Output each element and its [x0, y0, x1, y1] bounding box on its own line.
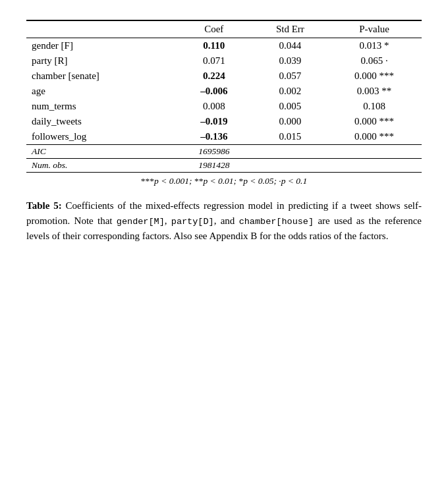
- table-header-row: Coef Std Err P-value: [26, 20, 422, 38]
- col-header-pvalue: P-value: [327, 20, 422, 38]
- significance-text: ***p < 0.001; **p < 0.01; *p < 0.05; ·p …: [26, 173, 422, 187]
- footer-empty: [254, 159, 327, 173]
- row-stderr: 0.000: [254, 114, 327, 129]
- row-variable: num_terms: [26, 99, 175, 114]
- footer-label: Num. obs.: [26, 159, 175, 173]
- footer-value: 1695986: [175, 145, 254, 159]
- row-stderr: 0.039: [254, 53, 327, 69]
- caption-text-middle1: ,: [165, 215, 171, 226]
- row-stderr: 0.015: [254, 129, 327, 145]
- col-header-coef: Coef: [175, 20, 254, 38]
- row-pvalue: 0.013 *: [327, 38, 422, 54]
- row-pvalue: 0.000 ***: [327, 69, 422, 84]
- footer-row: AIC1695986: [26, 145, 422, 159]
- row-variable: gender [F]: [26, 38, 175, 54]
- row-variable: followers_log: [26, 129, 175, 145]
- table-row: party [R]0.0710.0390.065 ·: [26, 53, 422, 69]
- row-pvalue: 0.003 **: [327, 84, 422, 99]
- row-pvalue: 0.000 ***: [327, 129, 422, 145]
- table-row: num_terms0.0080.0050.108: [26, 99, 422, 114]
- caption-code3: chamber[house]: [239, 217, 314, 227]
- row-coef: –0.136: [175, 129, 254, 145]
- col-header-variable: [26, 20, 175, 38]
- table-row: followers_log–0.1360.0150.000 ***: [26, 129, 422, 145]
- table-row: daily_tweets–0.0190.0000.000 ***: [26, 114, 422, 129]
- footer-label: AIC: [26, 145, 175, 159]
- significance-row: ***p < 0.001; **p < 0.01; *p < 0.05; ·p …: [26, 173, 422, 187]
- row-pvalue: 0.108: [327, 99, 422, 114]
- table-row: age–0.0060.0020.003 **: [26, 84, 422, 99]
- row-coef: 0.071: [175, 53, 254, 69]
- caption-label: Table 5:: [26, 200, 62, 211]
- row-coef: –0.019: [175, 114, 254, 129]
- row-stderr: 0.002: [254, 84, 327, 99]
- row-variable: chamber [senate]: [26, 69, 175, 84]
- row-coef: 0.008: [175, 99, 254, 114]
- col-header-stderr: Std Err: [254, 20, 327, 38]
- table-caption: Table 5: Coefficients of the mixed-effec…: [26, 198, 422, 243]
- footer-value: 1981428: [175, 159, 254, 173]
- row-variable: party [R]: [26, 53, 175, 69]
- footer-empty: [327, 159, 422, 173]
- row-coef: –0.006: [175, 84, 254, 99]
- footer-empty: [254, 145, 327, 159]
- row-coef: 0.110: [175, 38, 254, 54]
- caption-code1: gender[M]: [117, 217, 165, 227]
- row-stderr: 0.044: [254, 38, 327, 54]
- table-row: chamber [senate]0.2240.0570.000 ***: [26, 69, 422, 84]
- caption-code2: party[D]: [171, 217, 214, 227]
- row-coef: 0.224: [175, 69, 254, 84]
- table-row: gender [F]0.1100.0440.013 *: [26, 38, 422, 54]
- footer-empty: [327, 145, 422, 159]
- row-variable: age: [26, 84, 175, 99]
- row-pvalue: 0.000 ***: [327, 114, 422, 129]
- row-pvalue: 0.065 ·: [327, 53, 422, 69]
- row-variable: daily_tweets: [26, 114, 175, 129]
- caption-text-middle2: , and: [214, 215, 239, 226]
- regression-table: Coef Std Err P-value gender [F]0.1100.04…: [26, 20, 422, 186]
- row-stderr: 0.005: [254, 99, 327, 114]
- row-stderr: 0.057: [254, 69, 327, 84]
- footer-row: Num. obs.1981428: [26, 159, 422, 173]
